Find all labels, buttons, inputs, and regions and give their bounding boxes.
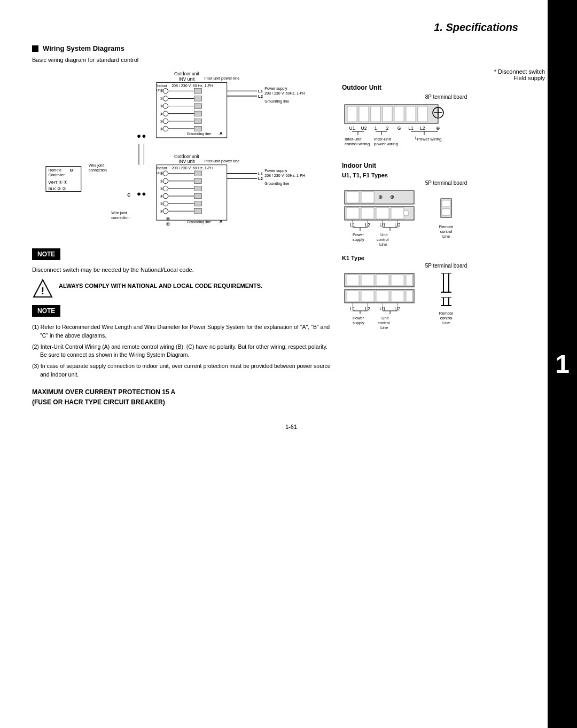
warning-text: ALWAYS COMPLY WITH NATIONAL AND LOCAL CO…: [59, 278, 262, 289]
svg-point-141: [403, 210, 409, 216]
disconnect-note: * Disconnect switch Field supply: [342, 68, 550, 81]
svg-text:Inter-unit power line: Inter-unit power line: [204, 159, 239, 163]
u1t1f1-terminal-svg: ⊕ ⊕ L1 L2: [342, 188, 425, 247]
svg-text:208 / 230 V, 60 Hz, 1-PH: 208 / 230 V, 60 Hz, 1-PH: [171, 166, 213, 170]
svg-text:supply: supply: [353, 320, 364, 325]
svg-text:208 / 230 V, 60Hz, 1-PH: 208 / 230 V, 60Hz, 1-PH: [264, 174, 305, 177]
svg-text:└Power wiring: └Power wiring: [414, 136, 441, 142]
svg-text:unit: unit: [157, 171, 162, 175]
svg-rect-170: [406, 275, 412, 286]
svg-text:WHT ① ①: WHT ① ①: [49, 180, 67, 185]
svg-rect-139: [376, 208, 389, 219]
left-column: Outdoor unit INV unit ① ② ③ ④: [32, 68, 331, 408]
svg-text:Inter-unit: Inter-unit: [345, 137, 362, 142]
max-protection-line2: (FUSE OR HACR TYPE CIRCUIT BREAKER): [32, 397, 331, 408]
note-item-3: (3) In case of separate supply connectio…: [32, 362, 331, 379]
svg-text:②: ②: [160, 179, 163, 183]
svg-text:Remote: Remote: [439, 311, 453, 316]
page-title: 1. Specifications: [32, 21, 550, 34]
svg-rect-107: [406, 106, 416, 122]
svg-text:Grounding line: Grounding line: [264, 182, 289, 186]
svg-rect-160: [442, 200, 450, 207]
svg-rect-23: [194, 104, 202, 108]
svg-rect-104: [371, 106, 380, 122]
svg-rect-175: [391, 291, 404, 302]
basic-wiring-text: Basic wiring diagram for standard contro…: [32, 57, 550, 63]
page-number: 1-61: [32, 424, 550, 430]
svg-rect-64: [194, 186, 202, 191]
k1-type-label: K1 Type: [342, 255, 550, 261]
svg-text:Remote: Remote: [439, 224, 453, 229]
svg-text:control: control: [378, 320, 390, 325]
svg-rect-102: [347, 106, 357, 122]
svg-text:L2: L2: [258, 176, 263, 181]
svg-rect-166: [346, 275, 359, 286]
svg-rect-22: [194, 96, 202, 101]
svg-text:Grounding line: Grounding line: [186, 220, 211, 224]
notes-list: (1) Refer to Recommended Wire Length and…: [32, 323, 331, 379]
svg-text:L1: L1: [258, 89, 263, 93]
svg-text:⑤: ⑤: [160, 202, 163, 206]
section-title: Wiring System Diagrams: [43, 44, 124, 52]
svg-text:!: !: [41, 286, 44, 296]
svg-point-47: [163, 193, 168, 198]
svg-rect-63: [194, 178, 202, 183]
svg-text:208 / 230 V, 60 Hz, 1-PH: 208 / 230 V, 60 Hz, 1-PH: [171, 84, 213, 88]
note-box-2: NOTE: [32, 305, 331, 320]
svg-rect-26: [194, 126, 202, 131]
svg-text:Line: Line: [442, 234, 450, 239]
note-box-1: NOTE: [32, 248, 331, 263]
svg-rect-67: [194, 209, 202, 214]
svg-text:④: ④: [160, 112, 163, 116]
disconnect-line2: Field supply: [342, 75, 545, 81]
svg-rect-62: [194, 171, 202, 176]
svg-text:⑥: ⑥: [160, 209, 163, 213]
8p-terminal-label: 8P terminal board: [342, 94, 550, 100]
svg-text:⑥: ⑥: [160, 127, 163, 131]
svg-text:control: control: [377, 237, 389, 242]
svg-point-49: [163, 209, 168, 214]
svg-point-93: [137, 192, 141, 195]
svg-text:INV unit: INV unit: [178, 159, 195, 164]
svg-point-48: [163, 201, 168, 206]
svg-text:U2: U2: [361, 126, 367, 131]
svg-point-94: [143, 192, 146, 195]
svg-rect-66: [194, 201, 202, 206]
svg-text:control: control: [440, 229, 453, 234]
svg-point-92: [143, 135, 146, 138]
svg-text:③: ③: [160, 104, 163, 108]
sidebar-number: 1: [555, 349, 570, 379]
svg-rect-176: [406, 291, 412, 302]
svg-rect-108: [418, 106, 427, 122]
svg-text:L1: L1: [258, 171, 263, 176]
svg-text:②: ②: [160, 97, 163, 100]
svg-text:A: A: [220, 219, 223, 224]
svg-rect-106: [394, 106, 404, 122]
svg-point-44: [163, 171, 168, 176]
svg-text:connection: connection: [111, 216, 129, 220]
svg-text:Indoor: Indoor: [157, 84, 168, 88]
svg-point-6: [163, 111, 168, 116]
svg-point-8: [163, 126, 168, 131]
svg-text:⑤: ⑤: [160, 120, 163, 123]
svg-point-46: [163, 186, 168, 191]
svg-text:Wire joint: Wire joint: [111, 211, 127, 215]
note-text-1: Disconnect switch may be needed by the N…: [32, 267, 331, 273]
svg-text:⊕: ⊕: [436, 126, 440, 131]
svg-rect-167: [361, 275, 374, 286]
svg-text:U1: U1: [349, 126, 355, 131]
svg-text:Grounding line: Grounding line: [186, 132, 211, 136]
svg-point-45: [163, 178, 168, 183]
note-label-2: NOTE: [32, 305, 60, 317]
svg-text:Grounding line: Grounding line: [264, 99, 289, 104]
svg-rect-140: [391, 208, 404, 219]
svg-point-5: [163, 104, 168, 108]
svg-text:B: B: [70, 168, 73, 173]
svg-text:1: 1: [375, 126, 377, 131]
svg-text:⑫: ⑫: [166, 222, 170, 226]
svg-text:G: G: [397, 126, 401, 131]
svg-rect-103: [359, 106, 369, 122]
svg-rect-21: [194, 89, 202, 93]
svg-text:2: 2: [386, 126, 389, 131]
u1t1f1-type-label: U1, T1, F1 Types: [342, 172, 550, 178]
